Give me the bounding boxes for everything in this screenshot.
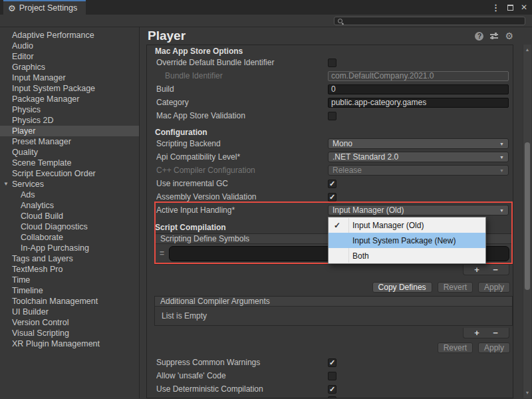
settings-gear-icon[interactable]: ⚙ — [505, 31, 513, 41]
compilation-toggles: Suppress Common Warnings Allow 'unsafe' … — [147, 356, 513, 398]
sidebar-item-audio[interactable]: Audio — [0, 41, 139, 51]
scripting-backend-dropdown[interactable]: Mono ▼ — [328, 138, 509, 149]
sidebar-item-input-system-package[interactable]: Input System Package — [0, 83, 139, 94]
sidebar-item-timeline[interactable]: Timeline — [0, 285, 139, 296]
setting-label: Active Input Handling* — [156, 205, 328, 215]
sidebar-item-physics[interactable]: Physics — [0, 104, 139, 115]
suppress-common-warnings-checkbox[interactable] — [328, 358, 336, 367]
sidebar-item-tags-and-layers[interactable]: Tags and Layers — [0, 253, 139, 264]
row-build: Build — [147, 82, 513, 96]
popup-item-label: Both — [352, 251, 369, 261]
row-allow-unsafe-code: Allow 'unsafe' Code — [147, 369, 513, 382]
sidebar-item-label: Input Manager — [12, 73, 66, 82]
sidebar-item-time[interactable]: Time — [0, 275, 139, 285]
sidebar-item-editor[interactable]: Editor — [0, 51, 139, 62]
popup-item-input-system-package-new[interactable]: ✓ Input System Package (New) — [329, 233, 485, 248]
setting-label: Bundle Identifier — [156, 71, 328, 80]
popup-item-both[interactable]: ✓ Both — [329, 248, 485, 263]
row-api-compatibility: Api Compatibility Level* .NET Standard 2… — [147, 150, 513, 164]
scroll-down-icon[interactable]: ▼ — [523, 389, 531, 397]
build-input[interactable] — [328, 84, 509, 94]
drag-handle-icon[interactable]: = — [160, 249, 164, 258]
sidebar-item-version-control[interactable]: Version Control — [0, 317, 139, 328]
setting-label: Suppress Common Warnings — [156, 358, 328, 367]
assembly-version-validation-checkbox[interactable] — [328, 193, 336, 201]
apply-button[interactable]: Apply — [478, 282, 510, 293]
window-menu-icon[interactable]: ⋮ — [491, 3, 500, 12]
popup-item-input-manager-old[interactable]: ✓ Input Manager (Old) — [329, 217, 485, 233]
add-item-button[interactable]: + — [467, 265, 486, 274]
sidebar-item-label: Visual Scripting — [12, 329, 69, 338]
sidebar-item-adaptive-performance[interactable]: Adaptive Performance — [0, 30, 139, 41]
copy-defines-button[interactable]: Copy Defines — [372, 282, 432, 293]
main-split: Adaptive PerformanceAudioEditorGraphicsI… — [0, 27, 532, 398]
sidebar-item-graphics[interactable]: Graphics — [0, 62, 139, 72]
category-input[interactable] — [328, 98, 509, 108]
sidebar-item-script-execution-order[interactable]: Script Execution Order — [0, 168, 139, 179]
define-symbols-list-footer: + − — [463, 265, 509, 275]
chevron-down-icon: ▼ — [499, 142, 504, 146]
header-icons: ? ⚙ — [475, 31, 513, 41]
sidebar-item-label: Preset Manager — [12, 137, 71, 146]
cpp-compiler-dropdown: Release ▼ — [328, 165, 509, 176]
sidebar-item-physics-2d[interactable]: Physics 2D — [0, 115, 139, 126]
sidebar-item-input-manager[interactable]: Input Manager — [0, 72, 139, 83]
sidebar-item-textmesh-pro[interactable]: TextMesh Pro — [0, 264, 139, 275]
vertical-scrollbar[interactable]: ▲ ▼ — [523, 45, 531, 398]
sidebar-item-player[interactable]: Player — [0, 126, 139, 136]
sidebar-item-label: Cloud Build — [21, 211, 63, 221]
partial-checkbox[interactable] — [328, 396, 336, 398]
sidebar-item-in-app-purchasing[interactable]: In-App Purchasing — [0, 243, 139, 253]
sidebar-item-toolchain-management[interactable]: Toolchain Management — [0, 296, 139, 307]
apply-button[interactable]: Apply — [478, 342, 510, 353]
sidebar-item-label: Audio — [12, 41, 33, 51]
compiler-arguments-buttons: Revert Apply — [147, 342, 510, 354]
scroll-up-icon[interactable]: ▲ — [523, 46, 531, 54]
use-deterministic-compilation-checkbox[interactable] — [328, 385, 336, 394]
sidebar-item-ads[interactable]: Ads — [0, 190, 139, 200]
foldout-arrow-icon[interactable]: ▼ — [3, 179, 9, 190]
close-icon[interactable]: ✕ — [521, 3, 527, 11]
sidebar-item-label: Adaptive Performance — [12, 31, 94, 40]
tab-project-settings[interactable]: ⚙ Project Settings — [3, 0, 86, 15]
sidebar-item-services[interactable]: ▼Services — [0, 179, 139, 190]
active-input-handling-dropdown[interactable]: Input Manager (Old) ▼ — [328, 205, 509, 215]
add-item-button[interactable]: + — [467, 329, 486, 337]
search-input[interactable] — [344, 17, 525, 25]
sidebar-item-label: Input System Package — [12, 84, 95, 93]
override-bundle-identifier-checkbox[interactable] — [328, 59, 336, 67]
setting-label: Override Default Bundle Identifier — [156, 58, 328, 67]
sidebar-item-xr-plugin-management[interactable]: XR Plugin Management — [0, 338, 139, 349]
sidebar-item-visual-scripting[interactable]: Visual Scripting — [0, 328, 139, 338]
sidebar-item-cloud-build[interactable]: Cloud Build — [0, 211, 139, 221]
help-icon[interactable]: ? — [475, 32, 483, 41]
sidebar-item-preset-manager[interactable]: Preset Manager — [0, 136, 139, 147]
revert-button[interactable]: Revert — [438, 342, 473, 353]
remove-item-button[interactable]: − — [486, 329, 505, 337]
bundle-identifier-input — [328, 71, 509, 81]
incremental-gc-checkbox[interactable] — [328, 180, 336, 188]
sidebar-item-label: Cloud Diagnostics — [21, 222, 88, 231]
sidebar-item-label: Timeline — [12, 286, 43, 295]
sidebar-item-label: Graphics — [12, 63, 45, 72]
remove-item-button[interactable]: − — [486, 265, 505, 274]
sidebar-item-quality[interactable]: Quality — [0, 147, 139, 158]
row-active-input-handling: Active Input Handling* Input Manager (Ol… — [147, 203, 513, 217]
partial-setting-row — [147, 396, 513, 398]
search-field[interactable] — [334, 17, 525, 25]
revert-button[interactable]: Revert — [438, 282, 473, 293]
sidebar-item-package-manager[interactable]: Package Manager — [0, 94, 139, 104]
mac-app-store-validation-checkbox[interactable] — [328, 112, 336, 120]
sidebar-item-cloud-diagnostics[interactable]: Cloud Diagnostics — [0, 221, 139, 232]
tab-label: Project Settings — [19, 3, 78, 13]
allow-unsafe-code-checkbox[interactable] — [328, 372, 336, 380]
presets-icon[interactable] — [490, 33, 498, 39]
sidebar-item-collaborate[interactable]: Collaborate — [0, 232, 139, 243]
maximize-icon[interactable] — [507, 5, 513, 11]
chevron-down-icon: ▼ — [499, 168, 504, 173]
scrollbar-thumb[interactable] — [525, 142, 530, 290]
sidebar-item-analytics[interactable]: Analytics — [0, 200, 139, 211]
sidebar-item-ui-builder[interactable]: UI Builder — [0, 307, 139, 317]
sidebar-item-scene-template[interactable]: Scene Template — [0, 158, 139, 168]
api-compatibility-dropdown[interactable]: .NET Standard 2.0 ▼ — [328, 152, 509, 162]
